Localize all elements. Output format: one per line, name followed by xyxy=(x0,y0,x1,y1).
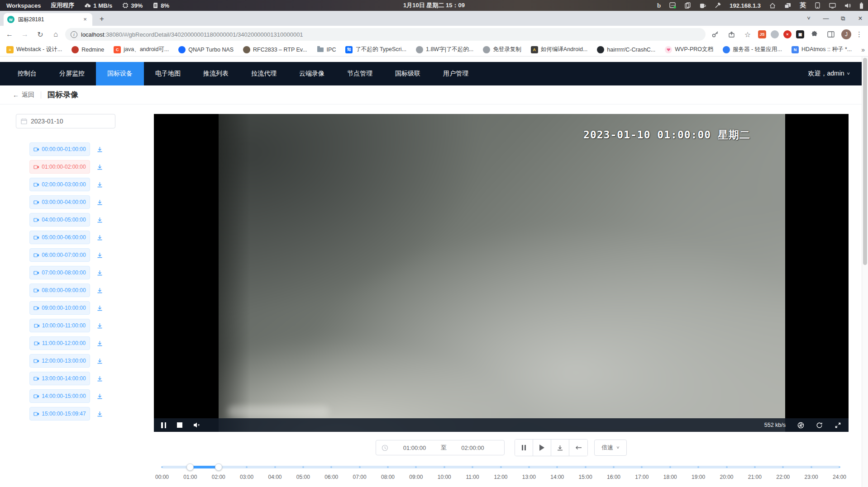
download-recording-button[interactable] xyxy=(96,164,103,170)
browser-forward-button[interactable]: → xyxy=(19,28,31,40)
browser-back-button[interactable]: ← xyxy=(4,28,15,40)
download-recording-button[interactable] xyxy=(96,199,103,206)
download-recording-button[interactable] xyxy=(96,358,103,364)
screenshot-tray-icon[interactable] xyxy=(669,2,676,9)
volume-muted-icon[interactable] xyxy=(193,422,200,428)
download-recording-button[interactable] xyxy=(96,146,103,153)
download-recording-button[interactable] xyxy=(96,252,103,259)
bookmark-item[interactable]: 1.8W字|了不起的... xyxy=(416,46,473,53)
recording-segment-button[interactable]: 13:00:00-14:00:00 xyxy=(29,372,90,385)
page-scrollbar[interactable] xyxy=(862,57,868,487)
browser-home-button[interactable]: ⌂ xyxy=(50,28,62,40)
bookmark-item[interactable]: 免登录复制 xyxy=(483,46,521,53)
recording-segment-button[interactable]: 07:00:00-08:00:00 xyxy=(29,266,90,279)
download-recording-button[interactable] xyxy=(96,375,103,382)
bookmark-item[interactable]: ΨWVP-PRO文档 xyxy=(665,46,713,53)
download-recording-button[interactable] xyxy=(96,181,103,188)
site-info-icon[interactable]: i xyxy=(71,31,77,38)
recording-segment-button[interactable]: 11:00:00-12:00:00 xyxy=(29,336,90,350)
nav-item-6[interactable]: 云端录像 xyxy=(288,62,336,85)
bookmark-item[interactable]: RFC2833 – RTP Ev... xyxy=(243,46,307,53)
download-recording-button[interactable] xyxy=(96,234,103,241)
recording-segment-button[interactable]: 15:00:00-15:09:47 xyxy=(29,407,90,421)
input-language-indicator[interactable]: 英 xyxy=(800,1,806,9)
video-player[interactable]: 2023-01-10 01:00:00 星期二 552 kb/s xyxy=(154,114,849,432)
workspaces-button[interactable]: Workspaces xyxy=(6,2,41,9)
bing-tray-icon[interactable]: b xyxy=(657,2,661,9)
speed-dropdown[interactable]: 倍速 ˅ xyxy=(594,440,626,456)
ip-address-label[interactable]: 192.168.1.3 xyxy=(730,2,761,9)
battery-icon[interactable] xyxy=(859,2,863,9)
bookmark-item[interactable]: Redmine xyxy=(72,46,104,53)
nav-item-5[interactable]: 拉流代理 xyxy=(240,62,288,85)
phone-link-icon[interactable] xyxy=(815,2,820,9)
tab-close-icon[interactable]: × xyxy=(81,16,89,23)
applications-menu[interactable]: 应用程序 xyxy=(51,1,74,9)
download-recording-button[interactable] xyxy=(96,393,103,400)
download-recording-button[interactable] xyxy=(96,287,103,294)
extensions-puzzle-icon[interactable] xyxy=(809,28,820,40)
tool-tray-icon[interactable] xyxy=(715,2,721,9)
recording-segment-button[interactable]: 00:00:00-01:00:00 xyxy=(29,142,90,156)
nav-item-9[interactable]: 用户管理 xyxy=(432,62,480,85)
download-recording-button[interactable] xyxy=(96,340,103,347)
play-button[interactable] xyxy=(533,440,551,456)
tab-search-chevron-icon[interactable]: ˅ xyxy=(806,15,812,22)
clock[interactable]: 1月10日 星期二 15：09 xyxy=(403,1,465,9)
refresh-icon[interactable] xyxy=(816,422,823,429)
pause-button[interactable] xyxy=(515,440,533,456)
recording-segment-button[interactable]: 01:00:00-02:00:00 xyxy=(29,160,90,174)
window-close-button[interactable]: × xyxy=(857,14,863,23)
bookmark-item[interactable]: 知了不起的 TypeScri... xyxy=(345,46,406,53)
fullscreen-icon[interactable] xyxy=(835,422,841,429)
clipboard-tray-icon[interactable] xyxy=(685,2,691,9)
password-key-icon[interactable] xyxy=(709,28,721,40)
recording-segment-button[interactable]: 08:00:00-09:00:00 xyxy=(29,284,90,297)
download-recording-button[interactable] xyxy=(96,270,103,276)
user-menu[interactable]: 欢迎，admin ˅ xyxy=(808,70,850,78)
bookmark-item[interactable]: ≡Webstack - 设计... xyxy=(6,46,62,53)
share-icon[interactable] xyxy=(725,28,737,40)
window-restore-button[interactable]: ⧉ xyxy=(840,15,846,22)
nav-item-0[interactable]: 控制台 xyxy=(6,62,48,85)
download-recording-button[interactable] xyxy=(96,322,103,329)
nav-item-4[interactable]: 推流列表 xyxy=(192,62,240,85)
display-icon[interactable] xyxy=(829,3,836,9)
timeline-start-handle[interactable] xyxy=(186,463,194,471)
recording-segment-button[interactable]: 03:00:00-04:00:00 xyxy=(29,195,90,209)
window-switcher-icon[interactable] xyxy=(784,3,791,9)
bookmark-item[interactable]: Cjava、android可... xyxy=(114,46,169,53)
start-time-value[interactable]: 01:00:00 xyxy=(388,444,441,451)
bookmarks-overflow-icon[interactable]: » xyxy=(861,46,865,53)
recording-segment-button[interactable]: 09:00:00-10:00:00 xyxy=(29,301,90,315)
volume-icon[interactable] xyxy=(844,3,851,9)
extension-js-icon[interactable]: JS xyxy=(758,30,766,38)
nav-item-7[interactable]: 节点管理 xyxy=(336,62,384,85)
profile-avatar[interactable]: J xyxy=(841,29,851,39)
recording-segment-button[interactable]: 05:00:00-06:00:00 xyxy=(29,231,90,244)
timeline-end-handle[interactable] xyxy=(215,463,222,471)
back-button[interactable]: ← 返回 xyxy=(13,91,34,99)
recording-segment-button[interactable]: 14:00:00-15:00:00 xyxy=(29,389,90,403)
home-tray-icon[interactable] xyxy=(769,3,776,9)
end-time-value[interactable]: 02:00:00 xyxy=(447,444,499,451)
bookmark-star-icon[interactable]: ☆ xyxy=(742,28,754,40)
extension-gray-icon[interactable] xyxy=(771,30,779,38)
video-pause-button[interactable] xyxy=(161,422,166,428)
bookmark-item[interactable]: IPC xyxy=(317,46,336,53)
download-recording-button[interactable] xyxy=(96,305,103,312)
browser-tab[interactable]: w 国标28181 × xyxy=(4,13,92,26)
bookmark-item[interactable]: NHDAtmos :: 种子 *... xyxy=(792,46,852,53)
recording-segment-button[interactable]: 10:00:00-11:00:00 xyxy=(29,319,90,332)
timeline-track[interactable] xyxy=(162,466,839,468)
extension-dark-icon[interactable]: ▣ xyxy=(796,30,804,38)
nav-item-2[interactable]: 国标设备 xyxy=(96,62,144,85)
recording-segment-button[interactable]: 06:00:00-07:00:00 xyxy=(29,248,90,262)
bookmark-item[interactable]: 服务器 - 轻量应用... xyxy=(723,46,782,53)
download-button[interactable] xyxy=(551,440,569,456)
address-bar[interactable]: i localhost:38080/#/gbRecordDetail/34020… xyxy=(65,28,706,41)
recording-segment-button[interactable]: 12:00:00-13:00:00 xyxy=(29,354,90,368)
bookmark-item[interactable]: hairrrrr/C-CrashC... xyxy=(597,46,655,53)
nav-item-8[interactable]: 国标级联 xyxy=(384,62,432,85)
browser-reload-button[interactable]: ↻ xyxy=(34,28,46,40)
